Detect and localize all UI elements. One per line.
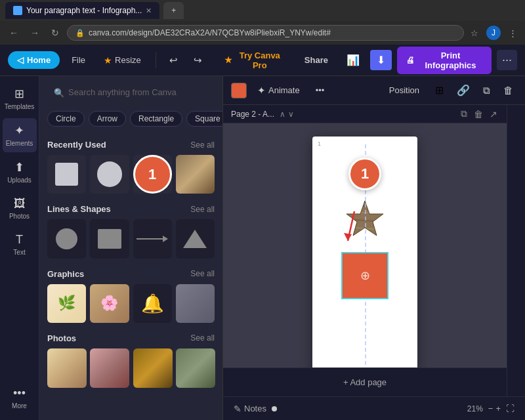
animate-button[interactable]: ✦ Animate [252, 82, 305, 99]
circle-shape [97, 161, 123, 187]
small-rect-icon [98, 229, 121, 249]
photo-item-2[interactable] [90, 348, 129, 388]
star-icon: ★ [224, 55, 232, 65]
page-copy-btn[interactable]: ⧉ [459, 107, 469, 121]
try-canva-button[interactable]: ★ Try Canva Pro [218, 47, 291, 74]
graphics-grid: 🌿 🌸 🔔 [47, 284, 215, 323]
photos-see-all[interactable]: See all [190, 333, 215, 343]
more-options-button[interactable]: ··· [497, 50, 517, 70]
zoom-in-btn[interactable]: + [495, 404, 501, 413]
fullscreen-button[interactable]: ⛶ [506, 404, 514, 413]
graphic-item-floral2[interactable]: 🌸 [90, 284, 129, 323]
copy-button[interactable]: ⧉ [479, 82, 494, 99]
shape-cell-arrow[interactable] [133, 219, 172, 258]
sidebar-item-text[interactable]: T Text [3, 228, 37, 261]
color-swatch[interactable] [231, 83, 247, 98]
refresh-button[interactable]: ↻ [47, 25, 63, 41]
bookmark-icon[interactable]: ☆ [468, 27, 481, 39]
page-export-btn[interactable]: ↗ [488, 107, 499, 121]
more-tool-icon: ••• [316, 85, 325, 95]
lines-shapes-title: Lines & Shapes [47, 204, 111, 214]
photo-item-4[interactable] [176, 348, 215, 388]
browser-titlebar: Your paragraph text - Infograph... ✕ + [0, 0, 525, 21]
try-canva-label: Try Canva Pro [235, 51, 285, 70]
shape-cell-triangle[interactable] [176, 219, 215, 258]
triangle-icon [183, 230, 207, 248]
tab-favicon [13, 6, 22, 15]
arrow-tab[interactable]: Arrow [89, 111, 126, 127]
search-bar-container: 🔍 [39, 76, 222, 108]
shape-cell-rect[interactable] [90, 219, 129, 258]
page-up-btn[interactable]: ∧ [280, 110, 285, 119]
small-circle-icon [56, 228, 77, 250]
recent-item-square[interactable] [47, 155, 86, 194]
extension-btn[interactable]: ⋮ [506, 27, 520, 39]
grid-tool-button[interactable]: ⊞ [431, 81, 448, 99]
tab-close-btn[interactable]: ✕ [146, 7, 152, 15]
more-tool-button[interactable]: ••• [310, 83, 330, 98]
right-area: ✦ Animate ••• Position ⊞ 🔗 ⧉ 🗑 [223, 76, 525, 420]
notes-button[interactable]: ✎ Notes [234, 404, 266, 414]
photos-grid [47, 348, 215, 388]
print-button[interactable]: 🖨 Print Infographics [397, 47, 492, 74]
circle-tab[interactable]: Circle [47, 111, 85, 127]
sidebar-item-more[interactable]: ••• More [3, 381, 37, 415]
recent-item-photo[interactable] [176, 155, 215, 194]
bottom-bar: ✎ Notes 21% − + ⛶ [223, 396, 525, 420]
sidebar-item-photos[interactable]: 🖼 Photos [3, 192, 37, 225]
square-tab[interactable]: Square [186, 111, 222, 127]
graphic-item-floral1[interactable]: 🌿 [47, 284, 86, 323]
notes-icon: ✎ [234, 404, 242, 414]
graphic-item-bell[interactable]: 🔔 [133, 284, 172, 323]
page-down-btn[interactable]: ∨ [288, 110, 294, 119]
link-button[interactable]: 🔗 [453, 81, 474, 99]
badge-number-shape: 1 [133, 155, 172, 194]
recent-item-circle[interactable] [90, 155, 129, 194]
user-avatar-btn[interactable]: J [486, 26, 501, 40]
forward-button[interactable]: → [26, 25, 43, 41]
canvas-main: Page 2 - A... ∧ ∨ ⧉ 🗑 ↗ [223, 105, 507, 396]
file-button[interactable]: File [65, 52, 92, 68]
recent-item-badge[interactable]: 1 [133, 155, 172, 194]
graphics-see-all[interactable]: See all [190, 269, 215, 278]
analytics-button[interactable]: 📊 [341, 51, 365, 70]
address-bar[interactable]: 🔒 canva.com/design/DAE32CRaX2A/N7QCBYw8i… [67, 25, 464, 41]
page-delete-btn[interactable]: 🗑 [472, 107, 484, 121]
arrow-container: ⊕ [341, 244, 388, 299]
lock-icon: 🔒 [75, 29, 85, 37]
photo-item-3[interactable] [133, 348, 173, 388]
browser-navbar: ← → ↻ 🔒 canva.com/design/DAE32CRaX2A/N7Q… [0, 21, 525, 45]
rectangle-tab[interactable]: Rectangle [130, 111, 182, 127]
zoom-out-btn[interactable]: − [488, 404, 494, 413]
floral-icon-1: 🌿 [58, 295, 75, 312]
redo-button[interactable]: ↪ [188, 51, 207, 70]
photo-item-1[interactable] [47, 348, 87, 388]
back-button[interactable]: ← [5, 25, 22, 41]
home-button[interactable]: ◁ Home [8, 51, 60, 69]
share-button[interactable]: Share [297, 52, 336, 68]
graphic-item-dark[interactable] [176, 284, 215, 323]
page-number: 1 [318, 140, 321, 147]
shape-tabs: Circle Arrow Rectangle Square › [39, 108, 222, 132]
rectangle-element[interactable]: ⊕ [341, 252, 388, 299]
undo-button[interactable]: ↩ [164, 51, 183, 70]
delete-button[interactable]: 🗑 [499, 82, 517, 98]
canvas-scroll[interactable]: 1 1 [223, 123, 507, 368]
new-tab-btn[interactable]: + [163, 2, 184, 19]
sidebar-item-uploads[interactable]: ⬆ Uploads [3, 155, 37, 189]
recently-used-see-all[interactable]: See all [190, 140, 215, 150]
badge-element[interactable]: 1 [348, 158, 381, 190]
active-tab[interactable]: Your paragraph text - Infograph... ✕ [5, 2, 159, 19]
lines-shapes-see-all[interactable]: See all [190, 205, 215, 214]
position-button[interactable]: Position [383, 83, 426, 98]
sidebar-item-templates[interactable]: ⊞ Templates [3, 81, 37, 116]
add-page-button[interactable]: + Add page [333, 373, 397, 391]
right-sidebar [507, 105, 525, 396]
shape-cell-circle[interactable] [47, 219, 86, 258]
sidebar-item-elements[interactable]: ✦ Elements [3, 118, 37, 152]
dark-graphic [176, 284, 215, 323]
recently-used-section: Recently Used See all 1 [39, 135, 222, 199]
resize-button[interactable]: ★ Resize [97, 52, 148, 69]
download-button[interactable]: ⬇ [370, 50, 392, 70]
search-input[interactable] [47, 83, 215, 102]
